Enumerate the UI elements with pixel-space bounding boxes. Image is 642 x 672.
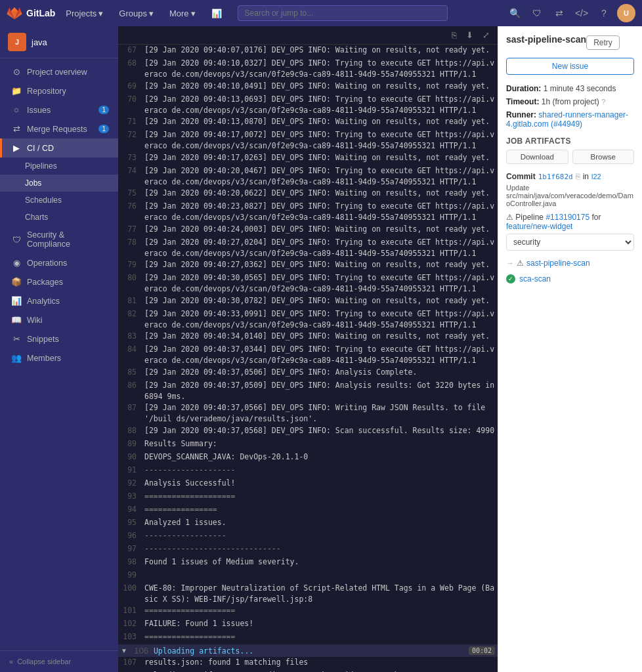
log-line: 103 ==================== <box>118 631 498 644</box>
pipeline-link[interactable]: #113190175 <box>546 213 589 222</box>
sidebar-item-issues[interactable]: ○ Issues 1 <box>0 100 118 119</box>
sidebar-item-members[interactable]: 👥 Members <box>0 348 118 368</box>
brand-logo[interactable]: GitLab <box>7 5 55 21</box>
merge-requests-icon: ⇄ <box>11 124 22 134</box>
wiki-icon: 📖 <box>11 315 22 325</box>
pipeline-branch-link[interactable]: feature/new-widget <box>506 222 572 231</box>
log-duration-badge: 00:02 <box>469 646 495 655</box>
sidebar-item-project-overview[interactable]: ⊙ Project overview <box>0 62 118 81</box>
new-issue-button[interactable]: New issue <box>506 58 634 75</box>
sidebar-subitem-pipelines[interactable]: Pipelines <box>0 158 118 175</box>
avatar[interactable]: U <box>617 4 635 22</box>
download-button[interactable]: Download <box>506 150 568 164</box>
sidebar-item-operations[interactable]: ◉ Operations <box>0 253 118 272</box>
log-line: 85 [29 Jan 2020 09:40:37,0506] DEV_OPS I… <box>118 367 498 380</box>
log-text: [29 Jan 2020 09:40:20,0622] DEV_OPS INFO… <box>142 188 498 199</box>
log-linenum: 79 <box>118 259 142 270</box>
log-text: ================ <box>142 504 498 515</box>
merge-icon[interactable]: ⇄ <box>550 4 568 22</box>
search-icon[interactable]: 🔍 <box>505 4 524 22</box>
sidebar-item-wiki[interactable]: 📖 Wiki <box>0 310 118 329</box>
packages-icon: 📦 <box>11 277 22 287</box>
log-line: 67 [29 Jan 2020 09:40:07,0176] DEV_OPS I… <box>118 45 498 58</box>
issues-badge: 1 <box>98 106 109 114</box>
log-container: 67 [29 Jan 2020 09:40:07,0176] DEV_OPS I… <box>118 45 498 672</box>
sidebar-subitem-schedules[interactable]: Schedules <box>0 192 118 209</box>
sidebar-subitem-jobs[interactable]: Jobs <box>0 175 118 192</box>
log-line: 84 [29 Jan 2020 09:40:37,0344] DEV_OPS I… <box>118 344 498 367</box>
log-text: [29 Jan 2020 09:40:27,0362] DEV_OPS INFO… <box>142 259 498 270</box>
log-text: [29 Jan 2020 09:40:34,0140] DEV_OPS INFO… <box>142 331 498 342</box>
log-linenum: 87 <box>118 402 142 413</box>
log-linenum: 81 <box>118 295 142 306</box>
log-section-text: Uploading artifacts... <box>154 646 253 656</box>
log-section-header[interactable]: ▼ 106 Uploading artifacts... 00:02 <box>118 644 498 657</box>
sub-job-link[interactable]: sca-scan <box>519 274 551 284</box>
sidebar-subitem-charts[interactable]: Charts <box>0 209 118 226</box>
sidebar-item-security[interactable]: 🛡 Security & Compliance <box>0 226 118 253</box>
commit-hash-link[interactable]: 1b1f682d <box>538 173 573 181</box>
log-text: [29 Jan 2020 09:40:37,0344] DEV_OPS INFO… <box>142 344 498 367</box>
browse-button[interactable]: Browse <box>572 150 635 164</box>
log-text: [29 Jan 2020 09:40:37,0568] DEV_OPS INFO… <box>142 425 498 436</box>
log-linenum: 90 <box>118 452 142 463</box>
log-fullscreen-icon[interactable]: ⤢ <box>480 29 492 41</box>
log-line: 78 [29 Jan 2020 09:40:27,0204] DEV_OPS I… <box>118 237 498 260</box>
nav-more[interactable]: More ▾ <box>164 6 201 21</box>
code-icon[interactable]: </> <box>572 4 591 22</box>
navbar: GitLab Projects ▾ Groups ▾ More ▾ 📊 🔍 🛡 … <box>0 0 642 26</box>
log-linenum: 92 <box>118 478 142 489</box>
project-name: java <box>32 37 47 47</box>
commit-copy-icon[interactable]: ⎘ <box>576 172 580 181</box>
log-line: 90 DEVOPS_SCANNER_JAVA: DevOps-20.1.1-0 <box>118 452 498 465</box>
sub-job-item[interactable]: ✓ sca-scan <box>506 273 634 285</box>
collapse-sidebar-button[interactable]: « Collapse sidebar <box>0 650 118 672</box>
sidebar-item-packages[interactable]: 📦 Packages <box>0 272 118 291</box>
collapse-icon: « <box>9 658 13 665</box>
log-line: 93 ==================== <box>118 491 498 504</box>
log-line: 107 results.json: found 1 matching files <box>118 657 498 670</box>
log-line: 92 Analysis Successful! <box>118 478 498 491</box>
log-linenum: 69 <box>118 81 142 92</box>
log-line: 86 [29 Jan 2020 09:40:37,0509] DEV_OPS I… <box>118 380 498 403</box>
sidebar-item-cicd[interactable]: ▶ CI / CD <box>0 138 118 158</box>
log-linenum: 74 <box>118 165 142 177</box>
sidebar-item-merge-requests[interactable]: ⇄ Merge Requests 1 <box>0 119 118 138</box>
artifacts-title: Job artifacts <box>506 136 634 146</box>
issues-icon: ○ <box>11 105 22 115</box>
downstream-arrow-icon: → <box>506 259 514 268</box>
log-text: FAILURE: Found 1 issues! <box>142 618 498 629</box>
downstream-job-link[interactable]: sast-pipeline-scan <box>526 259 590 268</box>
sidebar-item-analytics[interactable]: 📊 Analytics <box>0 291 118 310</box>
help-icon[interactable]: ? <box>595 4 613 22</box>
timeout-help-icon[interactable]: ? <box>601 98 605 106</box>
log-text: [29 Jan 2020 09:40:07,0176] DEV_OPS INFO… <box>142 45 498 56</box>
shield-icon[interactable]: 🛡 <box>528 4 546 22</box>
log-text: [29 Jan 2020 09:40:33,0991] DEV_OPS INFO… <box>142 308 498 331</box>
overview-icon: ⊙ <box>11 67 22 77</box>
log-line: 99 <box>118 570 498 583</box>
log-text: results.json: found 1 matching files <box>142 657 498 668</box>
log-text: Results Summary: <box>142 438 498 450</box>
retry-button[interactable]: Retry <box>586 35 620 50</box>
log-text: [29 Jan 2020 09:40:27,0204] DEV_OPS INFO… <box>142 237 498 260</box>
log-line: 75 [29 Jan 2020 09:40:20,0622] DEV_OPS I… <box>118 188 498 201</box>
log-download-icon[interactable]: ⬇ <box>463 29 476 41</box>
sidebar-item-repository[interactable]: 📁 Repository <box>0 81 118 100</box>
repository-icon: 📁 <box>11 86 22 96</box>
log-copy-icon[interactable]: ⎘ <box>449 29 460 41</box>
nav-projects[interactable]: Projects ▾ <box>60 6 108 21</box>
stage-select[interactable]: security <box>506 234 634 251</box>
nav-activity-icon[interactable]: 📊 <box>206 6 227 21</box>
job-log-panel[interactable]: ⎘ ⬇ ⤢ 67 [29 Jan 2020 09:40:07,0176] DEV… <box>118 26 498 672</box>
security-icon: 🛡 <box>11 235 22 245</box>
commit-branch-link[interactable]: l22 <box>591 173 601 180</box>
log-text: [29 Jan 2020 09:40:17,0263] DEV_OPS INFO… <box>142 152 498 163</box>
nav-groups[interactable]: Groups ▾ <box>114 6 159 21</box>
log-line: 100 CWE-80: Improper Neutralization of S… <box>118 583 498 606</box>
sub-job-status-icon: ✓ <box>506 274 515 284</box>
search-input[interactable] <box>238 5 448 21</box>
sidebar-item-snippets[interactable]: ✂ Snippets <box>0 329 118 348</box>
log-linenum: 82 <box>118 308 142 320</box>
duration-row: Duration: 1 minute 43 seconds <box>506 84 634 93</box>
